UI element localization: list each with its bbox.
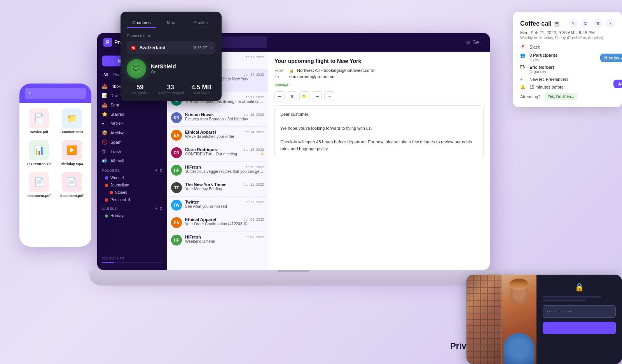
- folder-badge-personal: 4: [128, 198, 130, 202]
- file-item-doc2[interactable]: 📄 document.pdf: [58, 172, 86, 199]
- participants-count: 8 Participants: [529, 53, 557, 57]
- vpn-name-block: NetShield On: [151, 63, 176, 74]
- vpn-country-row[interactable]: 🇨🇭 Switzerland 16:36:07 ›: [127, 41, 215, 54]
- body-shape: [503, 333, 535, 364]
- file-item-tax[interactable]: 📊 Tax returns.xls: [25, 140, 53, 167]
- calendar-overlay: Coffee call ☕ ✎ ⧉ 🗑 × Mon, Feb 21, 2023,…: [513, 12, 622, 107]
- organizer-flag: EN: [520, 65, 526, 69]
- calendar-date: Mon, Feb 21, 2023, 9:30 AM – 9:45 PM: [520, 30, 615, 35]
- email-sender: HiFresh: [185, 235, 201, 239]
- folder-color-stories: [110, 191, 113, 194]
- password-input[interactable]: ············: [543, 305, 616, 318]
- sidebar-label-allmail: All mail: [110, 158, 124, 163]
- clear-image: [501, 275, 536, 364]
- email-avatar: EA: [171, 217, 182, 228]
- email-item-7[interactable]: HF HiFresh Jan 12, 2022 10 delicious veg…: [167, 162, 268, 179]
- email-body-1: We hope you're looking forward to flying…: [280, 125, 478, 132]
- email-item-10[interactable]: EA Ethical Apparel Jan 09, 2022 Your Ord…: [167, 214, 268, 232]
- storage-text: 525 GB / 1 TB: [102, 256, 124, 260]
- file-item-invoice[interactable]: 📄 Invoice.pdf: [25, 108, 53, 136]
- email-greeting: Dear customer,: [280, 111, 478, 118]
- sidebar-item-trash[interactable]: 🗑 Trash: [97, 147, 167, 156]
- archive-icon: 📦: [102, 130, 107, 136]
- email-item-4[interactable]: KN Kristen Novak Jan 16, 2022 Pictures f…: [167, 109, 268, 127]
- sent-icon: 📤: [102, 102, 107, 108]
- folder-stories[interactable]: Stories: [97, 189, 167, 196]
- email-subject: See what you've missed: [185, 204, 264, 209]
- vpn-tab-countries[interactable]: Countries: [127, 18, 156, 28]
- security-controls: 🔒 ············: [536, 275, 622, 364]
- add-folder-icon[interactable]: +: [156, 169, 158, 172]
- trash-icon: 🗑: [102, 149, 107, 154]
- sidebar-item-archive[interactable]: 📦 Archive: [97, 128, 167, 138]
- inbox-icon: 📥: [102, 84, 107, 89]
- sidebar-item-more[interactable]: ▾ MORE: [97, 119, 167, 128]
- folder-work[interactable]: Work 4: [97, 174, 167, 181]
- file-item-doc1[interactable]: 📄 document.pdf: [25, 172, 53, 199]
- add-label-icon[interactable]: +: [156, 207, 158, 211]
- drafts-icon: 📝: [102, 93, 107, 98]
- vpn-ads-num: 59: [131, 84, 150, 91]
- vpn-trackers-label: Trackers stopped: [157, 91, 184, 95]
- reply-button[interactable]: ↩: [274, 91, 285, 101]
- folder-settings-icon[interactable]: ⚙: [159, 169, 163, 172]
- connected-text: Connected to:: [127, 34, 151, 38]
- filter-tab-all[interactable]: All: [102, 72, 109, 78]
- email-item-11[interactable]: HF HiFresh Jan 09, 2022 Weekend is here!: [167, 232, 268, 249]
- folder-personal[interactable]: Personal 4: [97, 196, 167, 204]
- email-date: Jan 09, 2022: [244, 218, 264, 221]
- label-holidays[interactable]: Holidays: [97, 212, 167, 219]
- delete-button[interactable]: 🗑: [287, 91, 297, 101]
- email-avatar: KN: [171, 112, 182, 123]
- file-name: Birthday.mp4: [61, 162, 83, 166]
- delete-event-button[interactable]: 🗑: [593, 19, 603, 28]
- attending-button[interactable]: Yes, I'm atten...: [545, 93, 577, 100]
- archive-button[interactable]: 📁: [299, 91, 309, 101]
- close-calendar-button[interactable]: ×: [606, 19, 615, 28]
- email-subject: We've dispatched your order: [185, 134, 264, 139]
- copy-event-button[interactable]: ⧉: [581, 19, 590, 28]
- labels-label: LABELS: [102, 207, 117, 211]
- folder-journalism[interactable]: Journalism: [97, 181, 167, 189]
- file-item-summer[interactable]: 📁 Summer 2023: [58, 108, 86, 136]
- edit-event-button[interactable]: ✎: [568, 19, 578, 28]
- settings-button[interactable]: ⚙ Se...: [466, 39, 484, 45]
- folder-badge-work: 4: [122, 176, 124, 180]
- organizer-info: Eric Norbert Organizer: [529, 65, 554, 74]
- file-name: Invoice.pdf: [30, 130, 48, 134]
- email-view-tag: Holidays: [274, 83, 290, 87]
- phone-search-bar[interactable]: 🔍: [25, 88, 86, 99]
- label-settings-icon[interactable]: ⚙: [159, 207, 163, 211]
- email-item-8[interactable]: TT The New York Times Jan 11, 2022 Your …: [167, 179, 268, 197]
- more-actions-button[interactable]: ···: [324, 91, 334, 101]
- file-item-birthday[interactable]: ▶️ Birthday.mp4: [58, 140, 86, 167]
- forward-button[interactable]: ↪: [312, 91, 322, 101]
- vpn-tab-map[interactable]: Map: [156, 18, 186, 28]
- calendar-title: Coffee call ☕: [520, 20, 565, 27]
- sidebar-item-allmail[interactable]: 📬 All mail: [97, 156, 167, 165]
- calendar-name-row: ● NewTec Freelancers: [520, 77, 615, 82]
- vpn-tab-profiles[interactable]: Profiles: [186, 18, 215, 28]
- participants-sub: 8 yes: [529, 57, 557, 62]
- allmail-icon: 📬: [102, 158, 107, 164]
- sidebar-label-archive: Archive: [110, 131, 125, 135]
- vpn-shield-row: 🛡 NetShield On: [127, 59, 215, 78]
- calendar-reminder-row: 🔔 15 minutes before: [520, 85, 615, 90]
- sidebar-item-spam[interactable]: 🚫 Spam: [97, 138, 167, 147]
- password-submit-button[interactable]: [543, 322, 616, 334]
- email-date: Jan 17, 2022: [244, 95, 264, 99]
- folder-name-stories: Stories: [115, 190, 127, 195]
- email-subject: Pictures from Brandon's 3rd birthday: [185, 117, 264, 121]
- email-item-6[interactable]: CN Clara Rodriquez Jan 13, 2022 CONFIDEN…: [167, 144, 268, 162]
- vpn-stat-data: 4.5 MB Data saved: [192, 84, 212, 95]
- email-date: Jan 12, 2022: [244, 165, 264, 169]
- sidebar-item-starred[interactable]: ⭐ Starred: [97, 110, 167, 119]
- calendar-name: NewTec Freelancers: [529, 77, 615, 82]
- email-avatar: CN: [171, 147, 182, 158]
- email-item-9[interactable]: TW Twitter Jan 11, 2022 See what you've …: [167, 197, 268, 214]
- reminder-icon: 🔔: [520, 85, 526, 90]
- labels-section: LABELS + ⚙: [97, 204, 167, 212]
- sidebar-item-sent[interactable]: 📤 Sent: [97, 100, 167, 110]
- email-item-5[interactable]: EA Ethical Apparel Jan 14, 2022 We've di…: [167, 127, 268, 144]
- folder-color-personal: [105, 199, 108, 202]
